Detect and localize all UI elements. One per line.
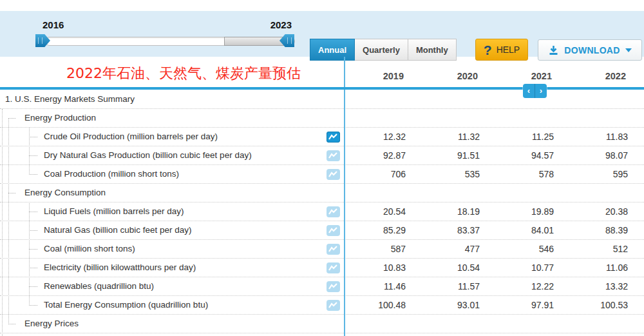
table-row-liquid-fuels[interactable]: Liquid Fuels (million barrels per day) 2… (0, 203, 644, 221)
value-cell: 477 (406, 240, 480, 259)
tree-connector (29, 305, 37, 306)
tree-connector (29, 174, 37, 175)
tree-connector (29, 230, 37, 231)
year-column-header: 2021 (480, 71, 552, 81)
tab-annual[interactable]: Annual (310, 39, 355, 61)
column-divider-line (344, 57, 345, 336)
value-cell: 92.87 (332, 146, 406, 165)
caret-down-icon (625, 48, 632, 52)
column-pager: ‹ › (523, 84, 547, 98)
row-label: Total Energy Consumption (quadrillion bt… (44, 296, 208, 315)
value-cell: 11.32 (406, 128, 480, 146)
row-label: Electricity (billion kilowatthours per d… (44, 259, 196, 277)
tree-connector (29, 137, 37, 137)
row-label: Energy Prices (24, 315, 79, 333)
help-button[interactable]: ? HELP (475, 39, 528, 61)
frequency-tabs: Annual Quarterly Monthly (310, 39, 457, 61)
year-column-header: 2019 (332, 71, 404, 81)
row-label: 1. U.S. Energy Markets Summary (5, 90, 135, 109)
year-column-header: 2022 (554, 71, 626, 81)
value-cell: 578 (480, 165, 554, 184)
tree-connector (8, 118, 15, 119)
tree-connector (29, 155, 37, 156)
steo-data-browser: 2016 2023 Annual Quarterly Monthly ? HEL… (0, 0, 644, 336)
value-cell: 535 (406, 165, 480, 184)
value-cell: 706 (332, 165, 406, 184)
table-row-natural-gas[interactable]: Natural Gas (billion cubic feet per day)… (0, 221, 644, 240)
slider-min-year-label: 2016 (43, 19, 64, 30)
tree-connector (8, 193, 15, 193)
row-label: Dry Natural Gas Production (billion cubi… (44, 146, 252, 165)
data-table: 1. U.S. Energy Markets Summary Energy Pr… (0, 90, 644, 333)
pager-next-icon[interactable]: › (535, 84, 547, 98)
pager-prev-icon[interactable]: ‹ (523, 84, 535, 98)
value-cell: 19.89 (480, 203, 554, 221)
table-row-coal[interactable]: Coal (million short tons) 587 477 546 51… (0, 240, 644, 259)
tab-quarterly[interactable]: Quarterly (355, 39, 408, 61)
value-cell: 97.91 (480, 296, 554, 315)
row-label: Renewables (quadrillion btu) (44, 277, 154, 296)
value-cell: 587 (332, 240, 406, 259)
value-cell: 94.57 (480, 146, 554, 165)
table-row-dry-natural-gas[interactable]: Dry Natural Gas Production (billion cubi… (0, 146, 644, 165)
table-row-crude-oil[interactable]: Crude Oil Production (million barrels pe… (0, 128, 644, 146)
table-row-energy-prices[interactable]: Energy Prices (0, 315, 644, 333)
row-label: Energy Consumption (24, 184, 106, 203)
value-cell: 83.37 (406, 221, 480, 240)
value-cell: 85.29 (332, 221, 406, 240)
table-row-electricity[interactable]: Electricity (billion kilowatthours per d… (0, 259, 644, 277)
value-cell: 12.32 (332, 128, 406, 146)
value-cell: 100.53 (554, 296, 628, 315)
tree-connector (29, 286, 37, 287)
toolbar: 2016 2023 Annual Quarterly Monthly ? HEL… (0, 11, 644, 57)
row-label: Energy Production (24, 109, 96, 128)
table-row-energy-production[interactable]: Energy Production (0, 109, 644, 128)
value-cell: 88.39 (554, 221, 628, 240)
year-column-header: 2020 (406, 71, 478, 81)
value-cell: 11.83 (554, 128, 628, 146)
value-cell: 12.22 (480, 277, 554, 296)
value-cell: 11.57 (406, 277, 480, 296)
table-row-summary[interactable]: 1. U.S. Energy Markets Summary (0, 90, 644, 109)
table-row-total-energy-consumption[interactable]: Total Energy Consumption (quadrillion bt… (0, 296, 644, 315)
download-button-label: DOWNLOAD (564, 45, 620, 55)
help-button-label: HELP (497, 44, 520, 55)
tree-connector (29, 212, 37, 212)
value-cell: 93.01 (406, 296, 480, 315)
value-cell: 13.32 (554, 277, 628, 296)
table-row-coal-production[interactable]: Coal Production (million short tons) 706… (0, 165, 644, 184)
value-cell: 11.25 (480, 128, 554, 146)
value-cell: 20.54 (332, 203, 406, 221)
annotation-title: 2022年石油、天然气、煤炭产量预估 (35, 64, 332, 83)
row-label: Natural Gas (billion cubic feet per day) (44, 221, 192, 240)
year-range-slider-track[interactable] (45, 37, 295, 46)
row-label: Coal (million short tons) (44, 240, 135, 259)
header-divider-line (0, 87, 644, 90)
download-icon (548, 45, 559, 55)
row-label: Crude Oil Production (million barrels pe… (44, 128, 218, 146)
row-label: Liquid Fuels (million barrels per day) (44, 203, 184, 221)
slider-grip-icon (38, 37, 43, 44)
tree-connector (8, 324, 15, 324)
tab-monthly[interactable]: Monthly (408, 39, 457, 61)
value-cell: 20.38 (554, 203, 628, 221)
row-label: Coal Production (million short tons) (44, 165, 179, 184)
value-cell: 98.07 (554, 146, 628, 165)
year-range-selected[interactable] (224, 37, 290, 46)
table-row-renewables[interactable]: Renewables (quadrillion btu) 11.46 11.57… (0, 277, 644, 296)
download-button[interactable]: DOWNLOAD (538, 39, 642, 61)
value-cell: 10.77 (480, 259, 554, 277)
slider-grip-icon (287, 37, 292, 44)
value-cell: 18.19 (406, 203, 480, 221)
value-cell: 11.46 (332, 277, 406, 296)
tree-connector (29, 268, 37, 268)
value-cell: 595 (554, 165, 628, 184)
value-cell: 100.48 (332, 296, 406, 315)
slider-handle-left[interactable] (35, 34, 50, 47)
table-row-energy-consumption[interactable]: Energy Consumption (0, 184, 644, 203)
value-cell: 10.54 (406, 259, 480, 277)
value-cell: 546 (480, 240, 554, 259)
value-cell: 10.83 (332, 259, 406, 277)
slider-max-year-label: 2023 (266, 19, 292, 30)
value-cell: 91.51 (406, 146, 480, 165)
